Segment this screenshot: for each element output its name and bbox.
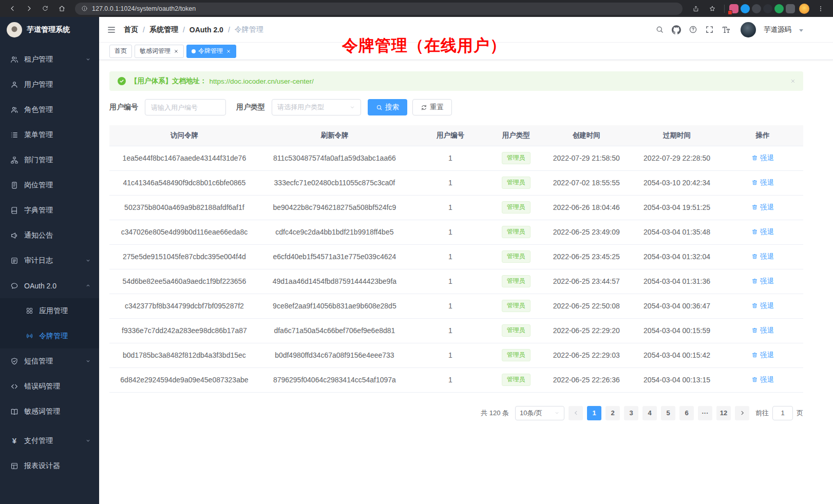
sidebar-item-oauth[interactable]: OAuth 2.0 <box>0 273 99 298</box>
breadcrumb-system[interactable]: 系统管理 <box>149 25 178 34</box>
sidebar-item-notice[interactable]: 通知公告 <box>0 223 99 248</box>
extension-icon[interactable] <box>752 4 761 13</box>
table-row: 275e5de9151045fe87cbdc395e004f4d e6cfd40… <box>109 244 803 269</box>
extension-icon[interactable] <box>729 4 739 13</box>
goto-page-input[interactable] <box>772 406 793 420</box>
fullscreen-icon[interactable] <box>705 25 714 34</box>
user-id-cell: 1 <box>410 343 491 367</box>
sidebar-item-sensitive-words[interactable]: 敏感词管理 <box>0 399 99 424</box>
reset-button[interactable]: 重置 <box>412 99 452 115</box>
user-name[interactable]: 芋道源码 <box>764 25 791 34</box>
sidebar-item-tenant[interactable]: 租户管理 <box>0 47 99 72</box>
puzzle-extension-icon[interactable] <box>786 4 795 13</box>
access-token-cell: c342377bf8b344799dcbf7bf095287f2 <box>109 294 259 318</box>
prev-page-button[interactable] <box>569 406 583 420</box>
force-logout-button[interactable]: 强退 <box>751 178 774 187</box>
page-button-4[interactable]: 4 <box>642 406 657 420</box>
logo-avatar <box>7 22 22 37</box>
user-type-cell: 管理员 <box>491 220 541 244</box>
expire-time-cell: 2054-03-04 19:51:25 <box>632 195 722 220</box>
sidebar-item-oauth-app[interactable]: 应用管理 <box>0 298 99 323</box>
pagination: 共 120 条 10条/页 1 2 3 4 5 6 ··· 12 <box>109 406 803 420</box>
sidebar-item-label: 审计日志 <box>24 256 53 265</box>
sidebar-item-post[interactable]: 岗位管理 <box>0 172 99 198</box>
search-button[interactable]: 搜索 <box>368 99 407 115</box>
sidebar-item-dept[interactable]: 部门管理 <box>0 147 99 172</box>
doc-alert: 【用户体系】文档地址： https://doc.iocoder.cn/user-… <box>109 71 803 91</box>
action-cell: 强退 <box>722 343 803 367</box>
force-logout-button[interactable]: 强退 <box>751 277 774 286</box>
breadcrumb-home[interactable]: 首页 <box>124 25 138 34</box>
page-button-5[interactable]: 5 <box>661 406 675 420</box>
sidebar-item-menu[interactable]: 菜单管理 <box>0 122 99 147</box>
user-type-badge: 管理员 <box>502 300 531 312</box>
search-icon[interactable] <box>655 25 664 34</box>
sidebar-item-report-designer[interactable]: 报表设计器 <box>0 453 99 478</box>
access-token-cell: 502375b8040a469a9b82188afdf6af1f <box>109 195 259 220</box>
tab-token-management[interactable]: 令牌管理 <box>186 45 236 58</box>
more-pages-button[interactable]: ··· <box>698 406 712 420</box>
browser-menu-kebab-icon[interactable] <box>813 3 828 15</box>
sidebar-item-payment[interactable]: ¥ 支付管理 <box>0 428 99 453</box>
browser-profile-avatar[interactable] <box>799 4 809 14</box>
sidebar-item-label: 短信管理 <box>24 357 53 366</box>
github-icon[interactable] <box>672 25 681 34</box>
sidebar-item-role[interactable]: 角色管理 <box>0 97 99 122</box>
sidebar-item-audit-log[interactable]: 审计日志 <box>0 248 99 273</box>
user-avatar[interactable] <box>741 22 756 37</box>
force-logout-button[interactable]: 强退 <box>751 153 774 163</box>
extension-icon[interactable] <box>763 4 772 13</box>
extension-icon[interactable] <box>774 4 784 13</box>
sidebar-item-oauth-token[interactable]: 令牌管理 <box>0 323 99 348</box>
sidebar-item-sms[interactable]: 短信管理 <box>0 348 99 374</box>
close-icon[interactable] <box>226 49 231 54</box>
next-page-button[interactable] <box>735 406 749 420</box>
home-icon[interactable] <box>54 3 69 15</box>
sidebar-item-error-code[interactable]: 错误码管理 <box>0 374 99 399</box>
breadcrumb-separator: / <box>183 26 185 34</box>
force-logout-button[interactable]: 强退 <box>751 252 774 261</box>
sidebar-item-label: OAuth 2.0 <box>24 282 56 290</box>
address-bar[interactable]: 127.0.0.1:1024/system/oauth2/token <box>75 3 683 15</box>
page-button-3[interactable]: 3 <box>624 406 638 420</box>
table-row: c342377bf8b344799dcbf7bf095287f2 9ce8ef2… <box>109 294 803 318</box>
sidebar: 芋道管理系统 租户管理 用户管理 角色管理 菜单 <box>0 17 99 504</box>
force-logout-button[interactable]: 强退 <box>751 375 774 384</box>
extension-badge <box>728 10 732 15</box>
force-logout-button[interactable]: 强退 <box>751 351 774 360</box>
access-token-cell: f9336e7c7dd242a283ee98dc86b17a87 <box>109 318 259 343</box>
tab-home[interactable]: 首页 <box>109 45 132 58</box>
sidebar-item-dict[interactable]: 字典管理 <box>0 198 99 223</box>
close-icon[interactable] <box>174 49 179 54</box>
bookmark-star-icon[interactable] <box>705 3 720 15</box>
forward-icon[interactable] <box>22 3 36 15</box>
user-type-select[interactable]: 请选择用户类型 <box>272 99 361 115</box>
share-icon[interactable] <box>689 3 703 15</box>
doc-link[interactable]: https://doc.iocoder.cn/user-center/ <box>210 77 314 85</box>
help-icon[interactable] <box>689 25 697 34</box>
page-button-2[interactable]: 2 <box>605 406 620 420</box>
force-logout-button[interactable]: 强退 <box>751 203 774 212</box>
force-logout-button[interactable]: 强退 <box>751 301 774 311</box>
font-size-icon[interactable] <box>722 25 731 34</box>
sidebar-item-user[interactable]: 用户管理 <box>0 72 99 97</box>
force-logout-button[interactable]: 强退 <box>751 227 774 237</box>
page-button-1[interactable]: 1 <box>587 406 601 420</box>
user-id-input[interactable] <box>145 99 226 115</box>
user-type-cell: 管理员 <box>491 269 541 294</box>
force-logout-button[interactable]: 强退 <box>751 326 774 335</box>
page-button-12[interactable]: 12 <box>716 406 731 420</box>
back-icon[interactable] <box>5 3 20 15</box>
extension-icon[interactable] <box>741 4 750 13</box>
page-button-6[interactable]: 6 <box>679 406 694 420</box>
org-tree-icon <box>10 156 18 164</box>
site-info-icon[interactable] <box>81 5 88 12</box>
hamburger-icon[interactable] <box>107 25 116 34</box>
reload-icon[interactable] <box>38 3 52 15</box>
breadcrumb-oauth[interactable]: OAuth 2.0 <box>190 26 223 34</box>
audit-log-icon <box>10 257 18 265</box>
tab-sensitive-words[interactable]: 敏感词管理 <box>135 45 184 58</box>
page-size-select[interactable]: 10条/页 <box>515 406 564 420</box>
chevron-down-icon[interactable] <box>799 29 803 32</box>
close-icon[interactable] <box>790 78 796 84</box>
